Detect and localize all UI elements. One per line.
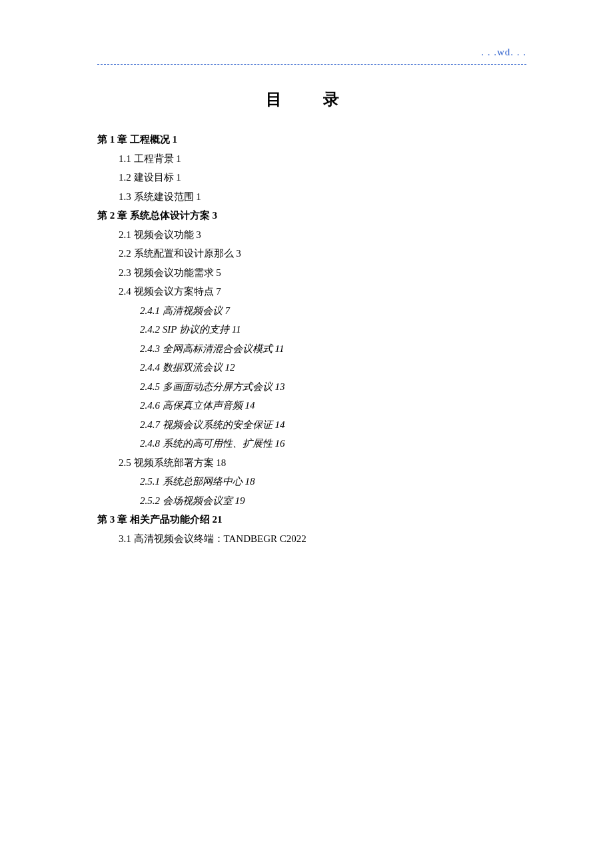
toc-entry: 2.5.1 系统总部网络中心 18: [140, 472, 526, 491]
toc-entry: 2.1 视频会议功能 3: [119, 225, 526, 245]
toc-entry: 1.3 系统建设范围 1: [119, 187, 526, 207]
toc-entry: 2.4.2 SIP 协议的支持 11: [140, 320, 526, 339]
toc-entry: 2.3 视频会议功能需求 5: [119, 263, 526, 283]
toc-entry: 1.1 工程背景 1: [119, 149, 526, 169]
document-page: . . .wd. . . 目 录 第 1 章 工程概况 11.1 工程背景 11…: [0, 0, 613, 548]
toc-entry: 2.2 系统配置和设计原那么 3: [119, 244, 526, 263]
table-of-contents: 第 1 章 工程概况 11.1 工程背景 11.2 建设目标 11.3 系统建设…: [97, 130, 526, 548]
toc-title: 目 录: [97, 89, 526, 110]
toc-entry: 2.4.8 系统的高可用性、扩展性 16: [140, 434, 526, 453]
toc-entry: 2.4.5 多画面动态分屏方式会议 13: [140, 377, 526, 397]
toc-entry: 2.4.1 高清视频会议 7: [140, 301, 526, 321]
toc-entry: 2.4.7 视频会议系统的安全保证 14: [140, 415, 526, 435]
toc-entry: 2.4.6 高保真立体声音频 14: [140, 396, 526, 415]
toc-entry: 3.1 高清视频会议终端：TANDBEGR C2022: [119, 529, 526, 549]
page-header: . . .wd. . .: [97, 47, 526, 60]
header-watermark: . . .wd. . .: [481, 47, 526, 58]
toc-entry: 第 3 章 相关产品功能介绍 21: [97, 510, 526, 529]
toc-entry: 2.4.3 全网高标清混合会议模式 11: [140, 339, 526, 359]
toc-entry: 2.5 视频系统部署方案 18: [119, 453, 526, 473]
header-divider: [97, 64, 526, 65]
toc-entry: 2.5.2 会场视频会议室 19: [140, 491, 526, 511]
toc-entry: 1.2 建设目标 1: [119, 168, 526, 187]
toc-entry: 第 2 章 系统总体设计方案 3: [97, 206, 526, 225]
toc-entry: 2.4.4 数据双流会议 12: [140, 358, 526, 377]
toc-entry: 2.4 视频会议方案特点 7: [119, 282, 526, 301]
toc-entry: 第 1 章 工程概况 1: [97, 130, 526, 149]
